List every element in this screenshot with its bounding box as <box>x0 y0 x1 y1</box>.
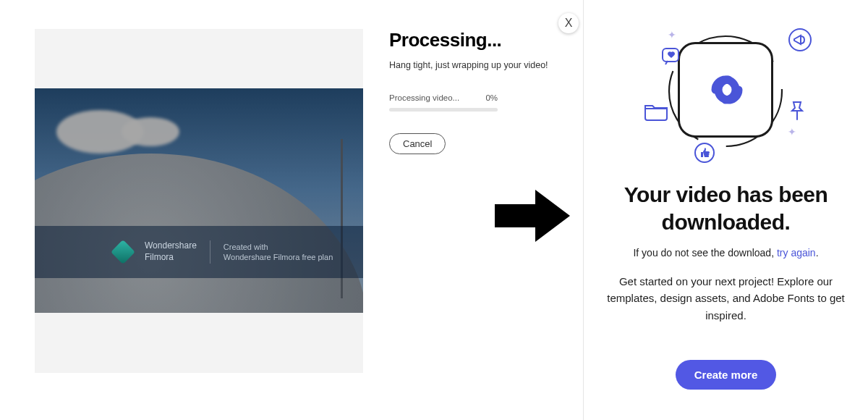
creative-cloud-icon <box>699 62 754 117</box>
pushpin-icon <box>788 100 807 122</box>
download-complete-title: Your video has been downloaded. <box>598 181 854 235</box>
like-bubble-icon <box>660 46 682 68</box>
download-retry-text: If you do not see the download, try agai… <box>598 247 854 259</box>
sparkle-icon: ✦ <box>788 126 796 138</box>
watermark-brand-line2: Filmora <box>145 252 197 264</box>
progress-row: Processing video... 0% <box>389 93 498 102</box>
watermark-brand: Wondershare Filmora <box>145 240 197 263</box>
folder-icon <box>643 100 669 122</box>
svg-marker-0 <box>495 190 570 242</box>
processing-title: Processing... <box>389 29 563 51</box>
sparkle-icon: ✦ <box>668 29 676 41</box>
progress-percent: 0% <box>485 93 498 102</box>
watermark-caption-line2: Wondershare Filmora free plan <box>224 252 333 262</box>
watermark-brand-line1: Wondershare <box>145 240 197 252</box>
video-thumbnail: Wondershare Filmora Created with Wonders… <box>35 88 363 313</box>
create-more-button[interactable]: Create more <box>676 360 777 390</box>
download-complete-panel: ✦ ✦ Your video has been downloaded. If y… <box>583 0 868 420</box>
retry-suffix: . <box>816 247 819 259</box>
megaphone-icon <box>788 28 812 52</box>
download-body-text: Get started on your next project! Explor… <box>598 273 854 324</box>
cancel-button[interactable]: Cancel <box>389 133 446 154</box>
processing-status-column: Processing... Hang tight, just wrapping … <box>389 29 563 154</box>
thumbs-up-icon <box>694 142 715 164</box>
processing-panel: Wondershare Filmora Created with Wonders… <box>0 0 579 420</box>
close-button[interactable]: X <box>558 13 579 33</box>
retry-prefix: If you do not see the download, <box>633 247 776 259</box>
watermark-separator <box>210 240 210 264</box>
arrow-icon <box>495 190 570 245</box>
video-preview-container: Wondershare Filmora Created with Wonders… <box>35 29 363 373</box>
dark-overlay <box>35 88 363 313</box>
download-illustration: ✦ ✦ <box>643 22 809 159</box>
progress-label: Processing video... <box>389 93 459 102</box>
progress-bar <box>389 108 498 112</box>
watermark-overlay: Wondershare Filmora Created with Wonders… <box>35 226 363 278</box>
watermark-caption: Created with Wondershare Filmora free pl… <box>224 242 333 263</box>
processing-subtitle: Hang tight, just wrapping up your video! <box>389 60 563 70</box>
watermark-caption-line1: Created with <box>224 242 333 252</box>
filmora-logo-icon <box>111 240 135 264</box>
try-again-link[interactable]: try again <box>777 247 816 259</box>
